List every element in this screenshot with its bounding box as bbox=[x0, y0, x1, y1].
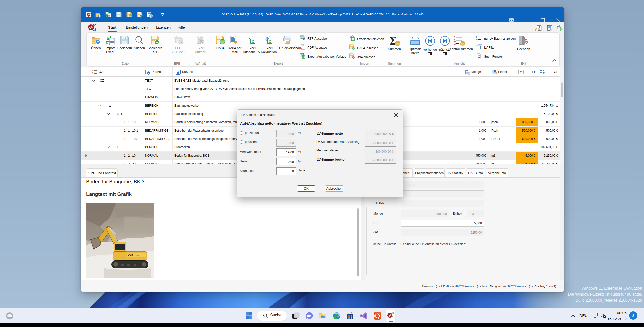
svg-text:23: 23 bbox=[391, 316, 394, 318]
svg-text:A: A bbox=[177, 71, 179, 74]
svg-text:X: X bbox=[303, 56, 305, 58]
svg-text:0.00: 0.00 bbox=[198, 37, 202, 39]
svg-text:X: X bbox=[352, 38, 354, 41]
svg-text:3: 3 bbox=[454, 42, 456, 46]
svg-text:X: X bbox=[252, 40, 254, 44]
svg-text:Z: Z bbox=[476, 47, 478, 50]
svg-text:X: X bbox=[107, 37, 110, 42]
svg-text:X: X bbox=[269, 40, 272, 44]
svg-text:3: 3 bbox=[92, 73, 93, 74]
svg-text:CAT: CAT bbox=[128, 254, 133, 257]
svg-text:Σ: Σ bbox=[542, 72, 545, 75]
svg-text:W: W bbox=[304, 38, 306, 41]
svg-text:Σ: Σ bbox=[520, 71, 522, 74]
svg-text:23: 23 bbox=[93, 28, 96, 32]
svg-text:A: A bbox=[476, 44, 478, 47]
svg-text:318C: 318C bbox=[135, 254, 140, 257]
